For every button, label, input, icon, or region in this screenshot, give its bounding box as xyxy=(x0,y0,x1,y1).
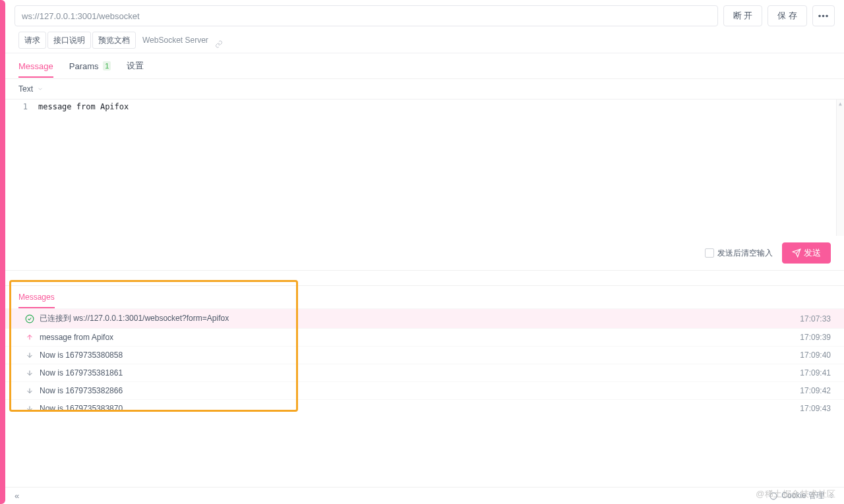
code-gutter: 1 xyxy=(5,99,34,236)
cookie-icon xyxy=(769,492,777,500)
bottom-bar: « Cookie 管理 xyxy=(5,487,844,504)
send-label: 发送 xyxy=(804,247,821,259)
message-row[interactable]: Now is 167973538387017:09:43 xyxy=(5,399,844,417)
sidebar-strip xyxy=(0,0,5,504)
body-type-selector[interactable]: Text xyxy=(5,79,844,99)
svg-point-2 xyxy=(26,315,34,323)
message-text: Now is 1679735381861 xyxy=(40,368,800,378)
scroll-up-icon[interactable]: ▲ xyxy=(837,99,844,107)
line-number: 1 xyxy=(5,102,28,111)
message-time: 17:09:41 xyxy=(800,368,831,378)
message-row[interactable]: Now is 167973538186117:09:41 xyxy=(5,364,844,381)
body-type-label: Text xyxy=(18,84,33,94)
code-scrollbar[interactable]: ▲ xyxy=(836,99,844,236)
message-row[interactable]: Now is 167973538286617:09:42 xyxy=(5,381,844,399)
check-circle-icon xyxy=(25,314,34,323)
svg-point-8 xyxy=(770,493,777,499)
tab-request[interactable]: 请求 xyxy=(18,32,46,49)
chevron-down-icon xyxy=(37,86,44,92)
tab-interface-desc[interactable]: 接口说明 xyxy=(47,32,91,49)
messages-section: Messages 已连接到 ws://127.0.0.1:3001/websoc… xyxy=(5,285,844,417)
tab-message[interactable]: Message xyxy=(18,55,53,78)
message-time: 17:09:42 xyxy=(800,386,831,395)
save-button[interactable]: 保 存 xyxy=(768,5,807,26)
cookie-label: Cookie 管理 xyxy=(781,490,824,501)
message-row[interactable]: 已连接到 ws://127.0.0.1:3001/websocket?form=… xyxy=(5,308,844,328)
collapse-button[interactable]: « xyxy=(15,491,19,501)
message-time: 17:09:39 xyxy=(800,333,831,342)
message-time: 17:09:40 xyxy=(800,350,831,360)
link-icon xyxy=(215,40,223,48)
send-icon xyxy=(792,248,801,258)
message-time: 17:09:43 xyxy=(800,404,831,413)
arrow-down-icon xyxy=(25,386,34,395)
arrow-down-icon xyxy=(25,368,34,378)
dots-icon: ••• xyxy=(818,11,829,21)
message-text: Now is 1679735382866 xyxy=(40,386,800,395)
message-text: 已连接到 ws://127.0.0.1:3001/websocket?form=… xyxy=(40,313,800,324)
send-bar: 发送后清空输入 发送 xyxy=(5,236,844,271)
request-tabs: Message Params 1 设置 xyxy=(5,53,844,79)
tab-settings[interactable]: 设置 xyxy=(127,53,144,78)
messages-list: 已连接到 ws://127.0.0.1:3001/websocket?form=… xyxy=(5,308,844,417)
messages-tabs: Messages xyxy=(5,286,844,308)
message-text: message from Apifox xyxy=(40,333,800,342)
message-time: 17:07:33 xyxy=(800,314,831,323)
main-content: 断 开 保 存 ••• 请求 接口说明 预览文档 WebSocket Serve… xyxy=(5,0,844,504)
mod-tabs: 请求 接口说明 预览文档 WebSocket Server xyxy=(5,32,844,53)
clear-after-send-option[interactable]: 发送后清空输入 xyxy=(705,248,773,259)
disconnect-button[interactable]: 断 开 xyxy=(723,5,763,26)
arrow-up-icon xyxy=(25,333,34,342)
params-badge: 1 xyxy=(103,61,111,70)
cookie-manage[interactable]: Cookie 管理 xyxy=(769,490,835,501)
arrow-down-icon xyxy=(25,404,34,413)
tab-ws-server: WebSocket Server xyxy=(137,32,214,49)
code-editor[interactable]: 1 message from Apifox ▲ xyxy=(5,99,844,236)
params-label: Params xyxy=(69,61,99,71)
tab-preview-doc[interactable]: 预览文档 xyxy=(92,32,136,49)
more-button[interactable]: ••• xyxy=(812,5,835,26)
message-row[interactable]: Now is 167973538085817:09:40 xyxy=(5,346,844,364)
code-line: message from Apifox xyxy=(34,99,129,236)
tab-messages[interactable]: Messages xyxy=(18,286,55,308)
message-text: Now is 1679735380858 xyxy=(40,350,800,360)
expand-icon xyxy=(828,493,835,499)
message-row[interactable]: message from Apifox17:09:39 xyxy=(5,328,844,346)
top-bar: 断 开 保 存 ••• xyxy=(5,0,844,32)
send-button[interactable]: 发送 xyxy=(782,242,831,264)
checkbox-icon xyxy=(705,248,714,258)
arrow-down-icon xyxy=(25,350,34,360)
url-input[interactable] xyxy=(15,5,718,26)
message-text: Now is 1679735383870 xyxy=(40,404,800,413)
tab-params[interactable]: Params 1 xyxy=(69,55,111,78)
spacer xyxy=(5,271,844,285)
clear-after-send-label: 发送后清空输入 xyxy=(717,248,773,259)
